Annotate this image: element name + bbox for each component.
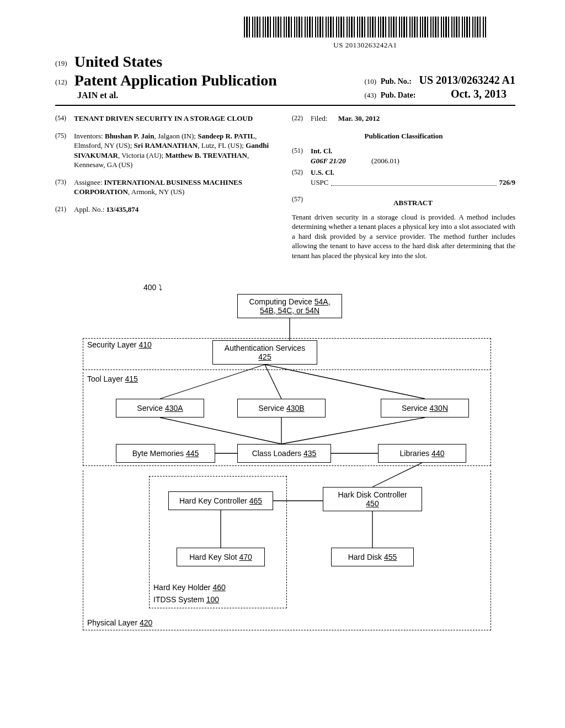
label-tool-layer: Tool Layer 415 xyxy=(87,374,138,383)
uscl-sub: USPC xyxy=(311,178,329,188)
field-num-43: (43) xyxy=(364,91,376,99)
ref-400-label: 400 ⤵ xyxy=(143,283,162,292)
filed-label: Filed: xyxy=(311,114,327,122)
label-hard-key-holder: Hard Key Holder 460 xyxy=(153,583,226,592)
inventors-list: Bhushan P. Jain, Jalgaon (IN); Sandeep R… xyxy=(74,132,269,169)
field-num-52: (52) xyxy=(292,168,311,187)
author-line: JAIN et al. xyxy=(77,90,277,100)
field-num-51: (51) xyxy=(292,146,311,165)
field-num-10: (10) xyxy=(364,77,376,85)
field-uscl: (52) U.S. Cl. USPC 726/9 xyxy=(292,168,515,187)
box-hard-key-slot: Hard Key Slot 470 xyxy=(177,548,265,566)
pubno-label: Pub. No.: xyxy=(381,77,412,85)
right-column: (22) Filed: Mar. 30, 2012 Publication Cl… xyxy=(292,114,515,261)
intcl-label: Int. Cl. xyxy=(311,147,332,155)
box-service-a: Service 430A xyxy=(116,399,204,417)
field-inventors: (75) Inventors: Bhushan P. Jain, Jalgaon… xyxy=(55,131,279,170)
left-column: (54) TENANT DRIVEN SECURITY IN A STORAGE… xyxy=(55,114,279,261)
field-num-75: (75) xyxy=(55,131,74,170)
filed-value: Mar. 30, 2012 xyxy=(338,114,380,122)
field-num-54: (54) xyxy=(55,114,74,124)
box-libraries: Libraries 440 xyxy=(378,444,466,463)
field-num-22: (22) xyxy=(292,114,311,124)
field-num-19: (19) xyxy=(55,59,67,67)
applno-value: 13/435,874 xyxy=(106,205,139,213)
header-country-line: (19) United States xyxy=(55,53,515,71)
field-title: (54) TENANT DRIVEN SECURITY IN A STORAGE… xyxy=(55,114,279,124)
uscl-value: 726/9 xyxy=(499,178,515,188)
box-byte-memories: Byte Memories 445 xyxy=(116,444,215,463)
intcl-code: G06F 21/20 xyxy=(311,157,346,165)
inventors-label: Inventors: xyxy=(74,132,103,140)
field-intcl: (51) Int. Cl. G06F 21/20 (2006.01) xyxy=(292,146,515,165)
header-row-2: (12) Patent Application Publication JAIN… xyxy=(55,72,515,100)
field-num-73: (73) xyxy=(55,178,74,197)
barcode-graphic xyxy=(244,17,487,38)
barcode-block: US 20130263242A1 xyxy=(215,17,515,50)
field-num-57: (57) xyxy=(292,195,311,210)
box-service-b: Service 430B xyxy=(237,399,326,417)
uscl-label: U.S. Cl. xyxy=(311,168,334,176)
body-columns: (54) TENANT DRIVEN SECURITY IN A STORAGE… xyxy=(55,114,515,261)
box-auth-services: Authentication Services425 xyxy=(212,340,317,365)
label-security-layer: Security Layer 410 xyxy=(87,340,152,349)
box-service-n: Service 430N xyxy=(381,399,469,417)
dot-leader xyxy=(331,180,497,186)
pubclass-heading: Publication Classification xyxy=(292,131,515,141)
box-class-loaders: Class Loaders 435 xyxy=(237,444,331,463)
pubdate-value: Oct. 3, 2013 xyxy=(451,88,507,100)
header-rule xyxy=(55,105,515,106)
field-assignee: (73) Assignee: INTERNATIONAL BUSINESS MA… xyxy=(55,178,279,197)
publication-type: Patent Application Publication xyxy=(74,72,277,89)
label-physical-layer: Physical Layer 420 xyxy=(87,618,152,627)
figure-diagram: 400 ⤵ Computing Device 54A, 54B, 54C, or… xyxy=(77,283,499,647)
field-filed: (22) Filed: Mar. 30, 2012 xyxy=(292,114,515,124)
field-num-12: (12) xyxy=(55,78,67,86)
intcl-date: (2006.01) xyxy=(371,156,399,166)
invention-title: TENANT DRIVEN SECURITY IN A STORAGE CLOU… xyxy=(74,114,253,122)
assignee-label: Assignee: xyxy=(74,178,102,186)
box-computing-device: Computing Device 54A, 54B, 54C, or 54N xyxy=(237,294,342,318)
label-itdss: ITDSS System 100 xyxy=(153,595,219,604)
abstract-text: Tenant driven security in a storage clou… xyxy=(292,212,515,261)
country-name: United States xyxy=(74,53,162,70)
region-physical-layer xyxy=(83,470,491,630)
box-hard-key-controller: Hard Key Controller 465 xyxy=(168,491,273,510)
pubdate-label: Pub. Date: xyxy=(381,91,416,99)
applno-label: Appl. No.: xyxy=(74,205,104,213)
pubno-value: US 2013/0263242 A1 xyxy=(419,74,515,86)
box-hard-disk: Hard Disk 455 xyxy=(331,548,414,566)
field-applno: (21) Appl. No.: 13/435,874 xyxy=(55,205,279,215)
field-abstract: (57) ABSTRACT xyxy=(292,195,515,210)
box-hard-disk-controller: Hark Disk Controller450 xyxy=(323,487,422,511)
field-num-21: (21) xyxy=(55,205,74,215)
barcode-text: US 20130263242A1 xyxy=(215,41,515,50)
abstract-heading: ABSTRACT xyxy=(311,198,515,208)
